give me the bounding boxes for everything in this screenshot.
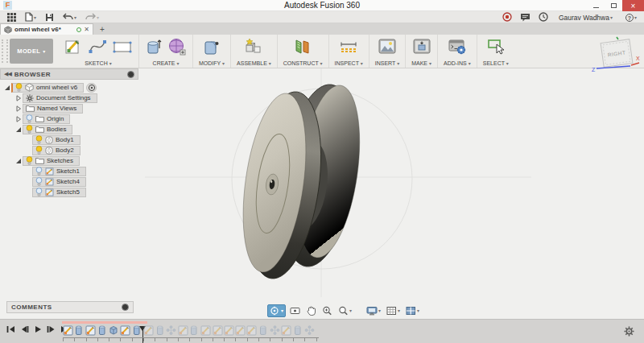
panel-options-icon[interactable] (122, 304, 129, 311)
sketch-feature-icon-suppressed[interactable] (234, 324, 246, 336)
pattern-feature-icon-suppressed[interactable] (269, 324, 280, 336)
sketch-feature-icon-suppressed[interactable] (223, 324, 234, 336)
display-settings-icon[interactable]: ▾ (365, 304, 382, 317)
3d-print-icon[interactable] (412, 37, 431, 60)
section-label[interactable]: ASSEMBLE (237, 60, 267, 66)
step-back-icon[interactable] (20, 325, 29, 333)
user-menu[interactable]: Gaurav Wadhwa ▾ (556, 14, 615, 22)
extrude-feature-icon-suppressed[interactable] (258, 324, 269, 336)
extrude-feature-icon-suppressed[interactable] (154, 324, 165, 336)
rectangle-icon[interactable] (112, 37, 133, 60)
browser-item-body1[interactable]: Body1 (0, 134, 138, 145)
tree-item-chip[interactable]: Body2 (32, 146, 80, 155)
extrude-feature-icon-suppressed[interactable] (188, 324, 200, 336)
insert-image-icon[interactable] (378, 37, 397, 60)
create-sketch-icon[interactable] (64, 37, 83, 60)
minimize-button[interactable] (587, 0, 605, 11)
activate-component-icon[interactable] (86, 83, 97, 93)
visibility-bulb-on-icon[interactable] (15, 83, 23, 92)
record-icon[interactable] (502, 10, 512, 25)
extrude-feature-icon[interactable] (73, 324, 85, 336)
form-icon[interactable] (167, 37, 187, 60)
press-pull-icon[interactable] (203, 37, 221, 60)
extrude-icon[interactable] (145, 37, 163, 60)
section-label[interactable]: SELECT (483, 60, 505, 66)
visibility-bulb-on-icon[interactable] (35, 146, 43, 155)
browser-item-body2[interactable]: Body2 (0, 145, 138, 155)
sketch-feature-icon-suppressed[interactable] (177, 324, 188, 336)
tree-item-chip[interactable]: Sketch4 (32, 177, 86, 187)
collapse-panel-icon[interactable]: ◀◀ (4, 71, 11, 77)
browser-item-omni-wheel-v6[interactable]: omni wheel v6 (0, 82, 138, 93)
maximize-button[interactable] (605, 0, 622, 11)
tree-item-chip[interactable]: Origin (23, 114, 70, 124)
save-icon[interactable] (43, 13, 56, 22)
sketch-feature-icon-suppressed[interactable] (246, 324, 258, 336)
fit-icon[interactable]: ▾ (336, 304, 353, 317)
box-feature-icon[interactable] (108, 324, 119, 336)
browser-header[interactable]: ◀◀ BROWSER (0, 68, 138, 80)
tree-item-chip[interactable]: Sketch5 (32, 188, 86, 197)
browser-item-origin[interactable]: Origin (0, 114, 138, 124)
sketch-feature-icon-suppressed[interactable] (200, 324, 212, 336)
scripts-addins-icon[interactable] (448, 37, 467, 60)
zoom-icon[interactable] (320, 304, 334, 317)
expand-toggle-icon[interactable] (14, 95, 23, 101)
new-component-icon[interactable] (244, 37, 263, 60)
orbit-icon[interactable]: ▾ (267, 304, 286, 317)
extrude-feature-icon[interactable] (97, 324, 108, 336)
browser-item-sketch4[interactable]: Sketch4 (0, 176, 138, 187)
visibility-bulb-on-icon[interactable] (35, 135, 43, 144)
look-at-icon[interactable] (288, 304, 302, 317)
clock-icon[interactable] (539, 10, 548, 25)
expand-toggle-icon[interactable] (14, 116, 23, 122)
pattern-feature-icon-suppressed[interactable] (303, 324, 315, 336)
step-forward-icon[interactable] (47, 325, 56, 333)
sketch-feature-icon-suppressed[interactable] (142, 324, 154, 336)
tree-item-chip[interactable]: Sketches (23, 156, 80, 166)
visibility-bulb-on-icon[interactable] (26, 156, 33, 165)
tree-item-chip[interactable]: Body1 (32, 135, 80, 145)
section-label[interactable]: INSPECT (335, 60, 359, 66)
section-label[interactable]: ADD-INS (444, 60, 467, 66)
collapse-toggle-icon[interactable] (3, 85, 11, 91)
undo-icon[interactable]: ▾ (60, 13, 79, 21)
pattern-feature-icon-suppressed[interactable] (166, 324, 177, 336)
viewports-icon[interactable]: ▾ (404, 304, 421, 317)
visibility-bulb-off-icon[interactable] (35, 188, 43, 196)
section-label[interactable]: CREATE (153, 60, 175, 66)
tab-close-icon[interactable]: ✕ (84, 26, 89, 33)
view-cube[interactable]: RIGHT Z X (590, 34, 642, 74)
visibility-bulb-off-icon[interactable] (35, 167, 43, 176)
collapse-toggle-icon[interactable] (14, 126, 23, 133)
section-label[interactable]: SKETCH (85, 60, 107, 66)
comments-bar[interactable]: COMMENTS (6, 301, 134, 313)
panel-options-icon[interactable] (127, 71, 134, 78)
sketch-feature-icon[interactable] (62, 324, 73, 336)
spline-icon[interactable] (88, 37, 107, 60)
section-label[interactable]: MAKE (411, 60, 427, 66)
redo-icon[interactable]: ▾ (83, 13, 101, 21)
section-label[interactable]: CONSTRUCT (283, 60, 319, 66)
help-menu[interactable]: ? ▾ (623, 14, 639, 22)
sketch-feature-icon[interactable] (119, 324, 130, 336)
pan-icon[interactable] (304, 304, 318, 317)
grid-settings-icon[interactable]: ▾ (385, 304, 402, 317)
go-to-start-icon[interactable] (6, 325, 15, 333)
sketch-feature-icon[interactable] (85, 324, 97, 336)
sketch-feature-icon-suppressed[interactable] (281, 324, 292, 336)
construction-plane-icon[interactable] (293, 37, 312, 60)
sketch-feature-icon-suppressed[interactable] (212, 324, 223, 336)
visibility-bulb-off-icon[interactable] (26, 114, 33, 123)
tree-item-chip[interactable]: Document Settings (23, 93, 97, 103)
measure-icon[interactable] (338, 37, 359, 60)
tree-item-chip[interactable]: omni wheel v6 (11, 83, 84, 93)
browser-item-document-settings[interactable]: Document Settings (0, 93, 138, 103)
visibility-bulb-on-icon[interactable] (26, 125, 33, 134)
workspace-selector[interactable]: MODEL ▾ (10, 39, 53, 64)
tree-item-chip[interactable]: Bodies (23, 125, 72, 134)
tree-item-chip[interactable]: Sketch1 (32, 167, 86, 176)
toolbar-grip-handle[interactable] (2, 39, 8, 63)
extrude-feature-icon-suppressed[interactable] (292, 324, 303, 336)
app-grid-icon[interactable] (5, 13, 19, 22)
